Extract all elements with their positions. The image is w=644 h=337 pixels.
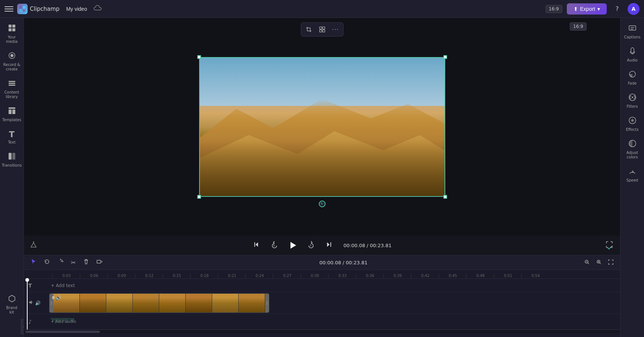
sidebar-item-brand-kit[interactable]: Brandkit	[1, 292, 22, 318]
audio-track-icon: ♪	[28, 319, 32, 325]
ruler-tick: 0:36	[356, 274, 383, 278]
ruler-tick: 0:54	[521, 274, 549, 278]
right-sidebar-item-audio[interactable]: Audio	[622, 44, 643, 66]
svg-rect-2	[19, 9, 22, 12]
audio-track-label: ♪	[27, 319, 49, 325]
sidebar-label-content-library: Contentlibrary	[4, 90, 19, 99]
layout-button[interactable]	[316, 24, 328, 35]
svg-rect-4	[9, 25, 12, 28]
fit-to-window-button[interactable]	[606, 259, 616, 267]
right-sidebar-item-speed[interactable]: Speed	[622, 164, 643, 186]
export-icon: ⬆	[574, 6, 578, 12]
video-track-mute[interactable]	[28, 300, 34, 306]
text-track: T + Add text	[27, 279, 620, 292]
right-sidebar-label-captions: Captions	[624, 35, 641, 40]
text-track-label: T	[27, 283, 49, 289]
add-text-button[interactable]: + Add text	[49, 283, 75, 288]
right-sidebar-item-effects[interactable]: Effects	[622, 113, 643, 135]
timeline-scrollbar[interactable]	[24, 330, 620, 333]
audio-track-content: + Add audio	[49, 314, 620, 329]
play-button[interactable]	[286, 239, 299, 252]
undo-button[interactable]	[42, 258, 52, 267]
timeline-content: 0:03 0:06 0:09 0:12 0:15 0:18 0:21 0:24 …	[24, 270, 620, 337]
sidebar-label-record-create: Record &create	[3, 63, 21, 72]
svg-rect-7	[12, 28, 15, 31]
preview-toolbar: ···	[301, 22, 343, 37]
audio-track: ♪ + Add audio	[27, 314, 620, 330]
video-clip[interactable]: |	[49, 293, 269, 313]
sidebar-item-transitions[interactable]: Transitions	[1, 149, 22, 171]
svg-point-32	[632, 97, 633, 98]
user-avatar[interactable]: A	[628, 3, 640, 15]
svg-text:5: 5	[273, 244, 275, 247]
left-sidebar: Your media Record &create Contentlibrary	[0, 18, 24, 337]
resize-handle-top-right[interactable]	[443, 55, 447, 59]
video-title[interactable]: My video	[63, 4, 90, 13]
preview-controls: 5 5 00:00.08	[24, 236, 620, 255]
video-container: ↻	[199, 57, 445, 197]
ruler-tick: 0:48	[466, 274, 494, 278]
timeline-scrollbar-thumb[interactable]	[25, 331, 100, 333]
magic-button[interactable]	[30, 241, 37, 250]
redo-button[interactable]	[55, 258, 66, 267]
skip-to-start-button[interactable]	[249, 239, 263, 252]
sidebar-item-your-media[interactable]: Your media	[1, 21, 22, 47]
sidebar-item-templates[interactable]: Templates	[1, 104, 22, 125]
cut-button[interactable]: ✂	[69, 258, 78, 267]
right-sidebar-label-filters: Filters	[627, 104, 638, 109]
main-area: Your media Record &create Contentlibrary	[0, 18, 644, 337]
svg-rect-0	[19, 6, 22, 9]
menu-button[interactable]	[4, 4, 13, 13]
add-to-timeline-button[interactable]	[94, 258, 105, 267]
delete-button[interactable]	[81, 258, 91, 267]
right-sidebar-label-speed: Speed	[626, 178, 638, 183]
right-sidebar-label-fade: Fade	[628, 81, 637, 86]
export-button[interactable]: ⬆ Export ▾	[567, 3, 607, 15]
sidebar-label-brand-kit: Brandkit	[6, 306, 18, 315]
more-options-button[interactable]: ···	[330, 24, 342, 35]
transitions-icon	[8, 152, 16, 162]
zoom-out-button[interactable]	[582, 259, 592, 267]
clip-audio-icon: 🔊	[56, 295, 61, 300]
rewind-button[interactable]: 5	[267, 239, 282, 252]
skip-to-end-button[interactable]	[323, 239, 336, 252]
pointer-tool-button[interactable]	[28, 258, 39, 267]
svg-point-35	[632, 172, 633, 173]
sidebar-item-content-library[interactable]: Contentlibrary	[1, 76, 22, 102]
content-library-icon	[8, 79, 16, 89]
sidebar-label-templates: Templates	[2, 118, 21, 122]
sidebar-label-your-media: Your media	[3, 35, 21, 44]
resize-handle-bottom-left[interactable]	[197, 195, 201, 199]
svg-rect-12	[9, 85, 15, 86]
fullscreen-button[interactable]	[604, 240, 614, 251]
aspect-ratio-badge[interactable]: 16:9	[546, 5, 562, 13]
svg-point-22	[33, 241, 34, 242]
svg-rect-17	[12, 153, 15, 160]
right-sidebar-item-adjust-colors[interactable]: Adjustcolors	[622, 136, 643, 163]
resize-handle-bottom-right[interactable]	[443, 195, 447, 199]
brand-kit-icon	[8, 295, 16, 305]
timeline-zoom-controls	[582, 259, 616, 267]
right-sidebar-item-filters[interactable]: Filters	[622, 90, 643, 112]
right-sidebar-item-fade[interactable]: Fade	[622, 67, 643, 89]
svg-rect-21	[323, 30, 325, 32]
help-button[interactable]: ?	[611, 3, 623, 15]
rotate-handle[interactable]: ↻	[319, 201, 326, 207]
timeline-toolbar: ✂ 00:00.08 / 00:23.81	[24, 255, 620, 270]
ruler-tick: 0:12	[135, 274, 163, 278]
clip-right-handle[interactable]: |	[265, 294, 269, 312]
svg-rect-10	[9, 81, 15, 82]
ruler-tick: 0:30	[301, 274, 328, 278]
right-sidebar-item-captions[interactable]: Captions	[622, 21, 643, 42]
sidebar-item-record-create[interactable]: Record &create	[1, 48, 22, 75]
center-area: ··· ↻	[24, 18, 620, 337]
crop-button[interactable]	[303, 24, 315, 35]
fast-forward-button[interactable]: 5	[304, 239, 318, 252]
zoom-in-button[interactable]	[594, 259, 604, 267]
export-chevron-icon: ▾	[597, 6, 600, 12]
cloud-sync-icon	[94, 5, 102, 13]
resize-handle-top-left[interactable]	[197, 55, 201, 59]
sidebar-item-text[interactable]: T Text	[1, 127, 22, 148]
svg-rect-6	[9, 28, 12, 31]
video-track: 🔊 |	[27, 292, 620, 314]
